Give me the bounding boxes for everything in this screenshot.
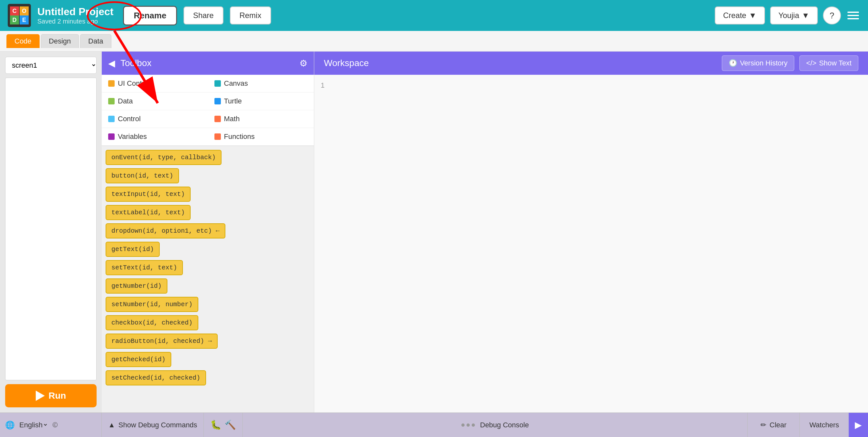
debug-console-section: Debug Console [242, 413, 748, 437]
category-dot [108, 116, 115, 122]
debug-dot [467, 424, 470, 427]
main-area: screen1 Run ◀ Toolbox ⚙ UI Controls Canv… [0, 52, 868, 412]
remix-button[interactable]: Remix [230, 6, 271, 25]
category-dot [108, 80, 115, 87]
toolbox-title: Toolbox [120, 58, 152, 68]
chevron-down-icon: ▼ [749, 11, 756, 20]
left-panel: screen1 Run [0, 52, 102, 412]
category-turtle[interactable]: Turtle [208, 92, 314, 110]
debug-dot [472, 424, 475, 427]
tab-design[interactable]: Design [41, 34, 79, 48]
block-text-label[interactable]: textLabel(id, text) [105, 205, 191, 220]
toolbox-collapse-button[interactable]: ◀ [108, 58, 115, 69]
logo-o: O [20, 6, 29, 16]
project-title: Untitled Project [37, 6, 113, 18]
logo-d: D [10, 16, 19, 25]
bottom-left: 🌐 English © [0, 413, 102, 437]
clock-icon: 🕐 [728, 59, 737, 67]
category-dot [214, 98, 221, 105]
logo-c: C [10, 6, 19, 16]
block-set-checked[interactable]: setChecked(id, checked) [105, 370, 206, 385]
show-text-button[interactable]: </> Show Text [799, 55, 858, 71]
sub-header: Code Design Data [0, 31, 868, 52]
pencil-icon: ✏ [761, 421, 766, 429]
block-button[interactable]: button(id, text) [105, 168, 179, 183]
copyright-icon: © [53, 421, 58, 429]
clear-section[interactable]: ✏ Clear [748, 413, 800, 437]
menu-line [847, 11, 859, 13]
category-menu: UI Controls Canvas Data Turtle Control M… [102, 75, 314, 146]
run-button[interactable]: Run [5, 384, 97, 407]
menu-line [847, 15, 859, 16]
line-number: 1 [321, 81, 324, 90]
toolbox-header: ◀ Toolbox ⚙ [102, 52, 314, 75]
toolbox-area: ◀ Toolbox ⚙ UI Controls Canvas Data Turt… [102, 52, 314, 412]
block-on-event[interactable]: onEvent(id, type, callback) [105, 150, 221, 165]
globe-icon: 🌐 [5, 420, 15, 430]
debug-dots [461, 424, 475, 427]
block-text-input[interactable]: textInput(id, text) [105, 186, 191, 202]
category-ui-controls[interactable]: UI Controls [102, 75, 208, 92]
workspace-content: 1 [314, 75, 868, 412]
show-debug-section[interactable]: ▲ Show Debug Commands [102, 413, 204, 437]
hamburger-menu-button[interactable] [846, 10, 860, 21]
category-dot [214, 116, 221, 122]
workspace-title: Workspace [324, 58, 369, 68]
bug-icon-section: 🐛 🔨 [204, 413, 242, 437]
block-get-number[interactable]: getNumber(id) [105, 279, 167, 294]
category-variables[interactable]: Variables [102, 128, 208, 146]
block-get-checked[interactable]: getChecked(id) [105, 352, 171, 367]
category-dot [214, 134, 221, 140]
tab-code[interactable]: Code [6, 34, 40, 48]
user-button[interactable]: Youjia ▼ [770, 6, 818, 25]
category-dot [108, 98, 115, 105]
menu-line [847, 18, 859, 19]
project-info: Untitled Project Saved 2 minutes ago [37, 6, 113, 25]
category-control[interactable]: Control [102, 110, 208, 128]
blocks-area: onEvent(id, type, callback) button(id, t… [102, 146, 314, 412]
block-get-text[interactable]: getText(id) [105, 242, 160, 257]
block-dropdown[interactable]: dropdown(id, option1, etc) ← [105, 223, 225, 238]
category-canvas[interactable]: Canvas [208, 75, 314, 92]
category-dot [214, 80, 221, 87]
share-button[interactable]: Share [184, 6, 223, 25]
project-saved: Saved 2 minutes ago [37, 18, 113, 25]
category-dot [108, 134, 115, 140]
block-set-text[interactable]: setText(id, text) [105, 260, 183, 275]
block-checkbox[interactable]: checkbox(id, checked) [105, 315, 198, 330]
play-icon [36, 390, 45, 401]
toolbox-settings-icon[interactable]: ⚙ [300, 58, 307, 69]
logo: C O D E [8, 4, 31, 27]
workspace: Workspace 🕐 Version History </> Show Tex… [314, 52, 868, 412]
bottom-bar: 🌐 English © ▲ Show Debug Commands 🐛 🔨 De… [0, 412, 868, 437]
version-history-button[interactable]: 🕐 Version History [722, 55, 794, 71]
chevron-right-icon: ▶ [855, 419, 862, 430]
screen-selector[interactable]: screen1 [5, 57, 97, 74]
bottom-expand-button[interactable]: ▶ [849, 413, 868, 437]
workspace-header-right: 🕐 Version History </> Show Text [722, 55, 858, 71]
language-select[interactable]: English [18, 420, 48, 429]
debug-up-icon: ▲ [108, 421, 115, 429]
debug-dot [461, 424, 465, 427]
header: C O D E Untitled Project Saved 2 minutes… [0, 0, 868, 31]
create-button[interactable]: Create ▼ [715, 6, 765, 25]
code-icon: </> [806, 59, 816, 67]
bug-icon: 🐛 [210, 419, 221, 430]
tab-data[interactable]: Data [80, 34, 111, 48]
category-math[interactable]: Math [208, 110, 314, 128]
header-right: Create ▼ Youjia ▼ ? [715, 6, 860, 25]
logo-e: E [20, 16, 29, 25]
screen-preview [5, 78, 97, 380]
block-radio-button[interactable]: radioButton(id, checked) → [105, 333, 218, 349]
category-functions[interactable]: Functions [208, 128, 314, 146]
chevron-down-icon: ▼ [802, 11, 809, 20]
bottom-center: ▲ Show Debug Commands 🐛 🔨 Debug Console … [102, 413, 868, 437]
workspace-header: Workspace 🕐 Version History </> Show Tex… [314, 52, 868, 75]
hammer-icon: 🔨 [225, 419, 236, 430]
rename-button[interactable]: Rename [123, 6, 177, 26]
help-button[interactable]: ? [823, 6, 841, 25]
watchers-section: Watchers [800, 413, 849, 437]
block-set-number[interactable]: setNumber(id, number) [105, 297, 198, 312]
category-data[interactable]: Data [102, 92, 208, 110]
